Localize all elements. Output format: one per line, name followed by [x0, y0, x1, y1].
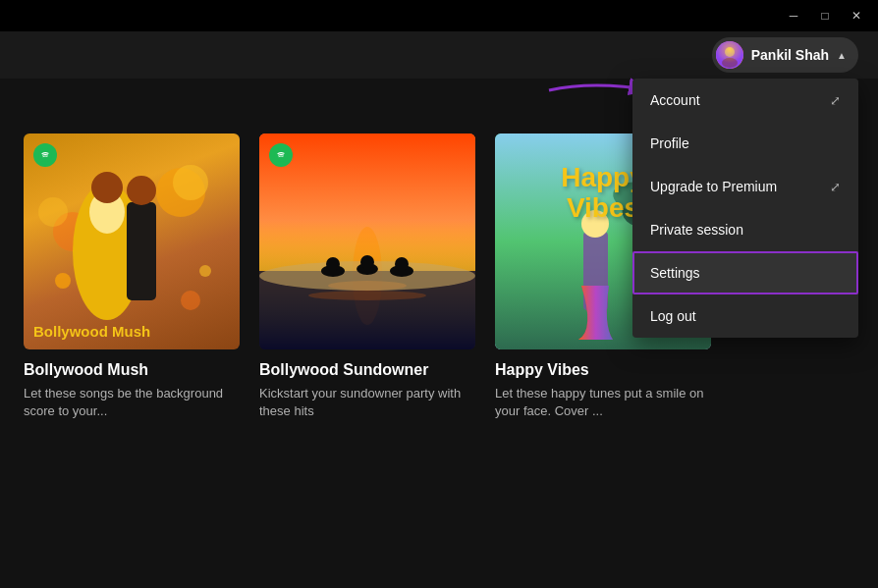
minimize-button[interactable]: ─ — [780, 6, 807, 26]
svg-point-16 — [181, 291, 200, 310]
card-description: Let these songs be the background score … — [24, 385, 240, 420]
svg-point-18 — [274, 148, 288, 162]
dropdown-item-log-out[interactable]: Log out — [632, 294, 858, 338]
spotify-badge — [33, 143, 57, 167]
title-bar: ─ □ ✕ — [0, 0, 878, 31]
dropdown-item-label: Private session — [650, 222, 743, 238]
svg-rect-12 — [127, 202, 156, 300]
card-image-bollywood-sundowner — [259, 134, 475, 349]
maximize-button[interactable]: □ — [811, 6, 839, 26]
dropdown-item-account[interactable]: Account⤢ — [632, 79, 858, 122]
card-artwork — [24, 134, 240, 349]
svg-point-8 — [38, 197, 68, 227]
dropdown-item-upgrade[interactable]: Upgrade to Premium⤢ — [632, 165, 858, 208]
dropdown-item-profile[interactable]: Profile — [632, 122, 858, 165]
external-link-icon: ⤢ — [830, 180, 841, 194]
svg-point-30 — [395, 257, 409, 271]
dropdown-item-settings[interactable]: Settings — [632, 251, 858, 294]
svg-point-6 — [173, 165, 208, 200]
avatar — [716, 41, 743, 69]
dropdown-item-label: Log out — [650, 308, 696, 324]
nav-bar: Pankil Shah ▲ — [0, 31, 878, 79]
user-dropdown-menu: Account⤢ProfileUpgrade to Premium⤢Privat… — [632, 79, 858, 338]
card-overlay-label: Bollywood Mush — [33, 323, 150, 340]
window-controls: ─ □ ✕ — [780, 6, 870, 26]
card-image-bollywood-mush: Bollywood Mush — [24, 134, 240, 349]
card-description: Let these happy tunes put a smile on you… — [495, 385, 711, 420]
dropdown-item-label: Settings — [650, 265, 700, 281]
dropdown-item-private-session[interactable]: Private session — [632, 208, 858, 251]
chevron-down-icon: ▲ — [837, 50, 847, 61]
card-title: Happy Vibes — [495, 361, 711, 379]
svg-point-15 — [199, 265, 211, 277]
external-link-icon: ⤢ — [830, 93, 841, 108]
svg-point-17 — [38, 148, 52, 162]
dropdown-item-label: Upgrade to Premium — [650, 179, 777, 194]
user-name: Pankil Shah — [751, 47, 829, 63]
card-title: Bollywood Sundowner — [259, 361, 475, 379]
user-menu-button[interactable]: Pankil Shah ▲ — [712, 37, 858, 73]
svg-point-14 — [55, 273, 71, 289]
spotify-badge-2 — [269, 143, 293, 167]
card-bollywood-mush: Bollywood Mush Bollywood Mush Let these … — [24, 134, 240, 420]
svg-point-28 — [360, 255, 374, 269]
card-bollywood-sundowner: Bollywood Sundowner Kickstart your sundo… — [259, 134, 475, 420]
svg-point-11 — [91, 172, 123, 203]
svg-point-13 — [127, 176, 156, 205]
svg-point-4 — [716, 41, 743, 69]
card-title: Bollywood Mush — [24, 361, 240, 379]
svg-point-23 — [308, 291, 426, 300]
dropdown-item-label: Profile — [650, 135, 689, 151]
svg-point-26 — [326, 257, 340, 271]
close-button[interactable]: ✕ — [843, 6, 870, 26]
dropdown-item-label: Account — [650, 92, 700, 108]
card-description: Kickstart your sundowner party with thes… — [259, 385, 475, 420]
